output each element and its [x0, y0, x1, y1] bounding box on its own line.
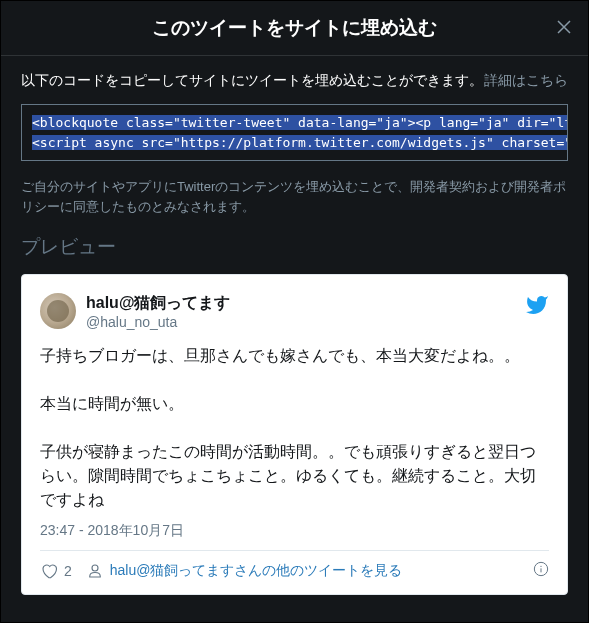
tweet-footer: 2 halu@猫飼ってますさんの他のツイートを見る: [40, 550, 549, 580]
info-icon: [533, 561, 549, 577]
modal-title: このツイートをサイトに埋め込む: [152, 15, 437, 41]
code-line-2: <script async src="https://platform.twit…: [32, 133, 557, 153]
more-tweets-link[interactable]: halu@猫飼ってますさんの他のツイートを見る: [86, 562, 519, 580]
display-name: halu@猫飼ってます: [86, 293, 525, 314]
instruction-row: 以下のコードをコピーしてサイトにツイートを埋め込むことができます。 詳細はこちら: [21, 72, 568, 90]
tweet-header: halu@猫飼ってます @halu_no_uta: [40, 293, 549, 330]
tweet-text: 子持ちブロガーは、旦那さんでも嫁さんでも、本当大変だよね。。 本当に時間が無い。…: [40, 344, 549, 512]
modal-header: このツイートをサイトに埋め込む: [1, 1, 588, 56]
modal-content: 以下のコードをコピーしてサイトにツイートを埋め込むことができます。 詳細はこちら…: [1, 56, 588, 611]
avatar[interactable]: [40, 293, 76, 329]
details-link[interactable]: 詳細はこちら: [484, 72, 568, 90]
preview-label: プレビュー: [21, 234, 568, 260]
code-line-1: <blockquote class="twitter-tweet" data-l…: [32, 113, 557, 133]
disclaimer-text: ご自分のサイトやアプリにTwitterのコンテンツを埋め込むことで、開発者契約お…: [21, 177, 568, 216]
dev-agreement-link[interactable]: 開発者契約: [410, 179, 475, 194]
embed-modal: このツイートをサイトに埋め込む 以下のコードをコピーしてサイトにツイートを埋め込…: [0, 0, 589, 623]
tweet-timestamp[interactable]: 23:47 - 2018年10月7日: [40, 522, 549, 540]
person-icon: [86, 562, 104, 580]
twitter-logo-icon[interactable]: [525, 293, 549, 321]
like-count: 2: [64, 563, 72, 579]
close-button[interactable]: [556, 18, 572, 38]
user-info[interactable]: halu@猫飼ってます @halu_no_uta: [86, 293, 525, 330]
heart-icon: [40, 562, 58, 580]
tweet-preview-card: halu@猫飼ってます @halu_no_uta 子持ちブロガーは、旦那さんでも…: [21, 274, 568, 595]
like-button[interactable]: 2: [40, 562, 72, 580]
screen-name: @halu_no_uta: [86, 314, 525, 330]
close-icon: [556, 19, 572, 35]
embed-code-box[interactable]: <blockquote class="twitter-tweet" data-l…: [21, 104, 568, 161]
instruction-text: 以下のコードをコピーしてサイトにツイートを埋め込むことができます。: [21, 72, 483, 90]
info-button[interactable]: [533, 561, 549, 580]
svg-point-1: [540, 566, 541, 567]
